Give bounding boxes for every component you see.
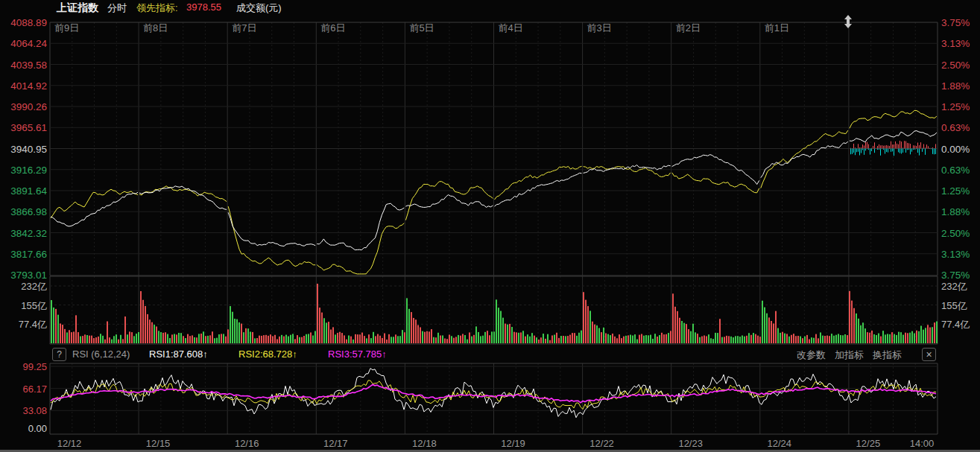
volume-axis-label-left: 155亿 [21, 299, 47, 311]
chart-canvas[interactable] [0, 0, 980, 452]
lead-indicator-label: 领先指标: [136, 1, 178, 15]
rsi-help-button[interactable]: ? [52, 348, 66, 361]
close-indicator-button[interactable]: × [922, 348, 936, 361]
rsi1-value: RSI1:87.608↑ [149, 348, 208, 360]
price-axis-label-right: 2.50% [941, 227, 970, 238]
day-label: 前2日 [676, 22, 701, 34]
price-axis-label-left: 4039.58 [10, 59, 47, 70]
tab-minute-chart[interactable]: 分时 [107, 1, 127, 15]
volume-axis-label-right: 232亿 [941, 281, 967, 292]
app-header: 上证指数 分时 领先指标: 3978.55 成交额(元) [0, 1, 980, 15]
day-label: 前5日 [409, 22, 434, 34]
rsi-axis-label: 33.08 [22, 405, 47, 416]
price-axis-label-right: 1.88% [941, 80, 970, 91]
price-axis-label-left: 3940.95 [10, 143, 47, 154]
day-label: 前3日 [587, 22, 612, 34]
day-label: 前4日 [499, 22, 523, 34]
price-axis-label-left: 3965.61 [10, 122, 47, 133]
price-axis-label-left: 4014.92 [10, 80, 47, 91]
price-axis-label-left: 3990.26 [10, 101, 47, 112]
price-axis-label-left: 4088.89 [10, 17, 47, 28]
turnover-unit-label: 成交额(元) [236, 1, 282, 15]
time-axis-label: 12/15 [146, 438, 171, 449]
rsi-header: ? RSI (6,12,24) RSI1:87.608↑ RSI2:68.728… [0, 346, 980, 363]
time-axis-label: 12/16 [235, 438, 259, 449]
switch-indicator-button[interactable]: 换指标 [873, 348, 902, 362]
rsi2-value: RSI2:68.728↑ [238, 348, 297, 360]
day-label: 前1日 [765, 22, 789, 34]
price-axis-label-right: 0.63% [941, 122, 970, 133]
price-axis-label-right: 3.75% [941, 270, 970, 281]
time-axis-label: 14:00 [910, 438, 935, 449]
price-axis-label-right: 0.63% [941, 164, 970, 175]
time-axis-label: 12/12 [57, 438, 82, 449]
index-title: 上证指数 [57, 1, 98, 15]
day-label: 前7日 [232, 22, 256, 34]
rsi-axis-label: 0.00 [28, 423, 47, 434]
time-axis-label: 12/23 [678, 438, 703, 449]
price-axis-label-left: 3817.66 [10, 248, 47, 259]
price-axis-label-right: 1.25% [941, 101, 970, 112]
price-axis-label-left: 3793.01 [10, 270, 47, 281]
volume-axis-label-right: 77.4亿 [941, 319, 970, 330]
time-axis-label: 12/25 [856, 438, 881, 449]
volume-axis-label-right: 155亿 [941, 299, 967, 311]
price-axis-label-right: 1.88% [941, 206, 970, 217]
price-axis-label-right: 3.13% [941, 38, 970, 49]
change-params-button[interactable]: 改参数 [797, 348, 826, 362]
price-axis-label-left: 3891.64 [10, 185, 47, 197]
price-axis-label-right: 3.75% [941, 17, 970, 28]
volume-axis-label-left: 232亿 [21, 281, 47, 292]
price-axis-label-left: 3842.32 [10, 227, 47, 238]
chart-app-window: 上证指数 分时 领先指标: 3978.55 成交额(元) 4088.894064… [0, 0, 980, 452]
splitter-drag-icon[interactable] [843, 15, 853, 28]
add-indicator-button[interactable]: 加指标 [835, 348, 864, 362]
time-axis-label: 12/24 [768, 438, 792, 449]
day-label: 前9日 [54, 22, 79, 34]
rsi-axis-label: 66.17 [22, 383, 47, 394]
rsi3-value: RSI3:57.785↑ [328, 348, 387, 360]
price-axis-label-right: 0.00% [941, 143, 970, 154]
price-axis-label-right: 2.50% [941, 59, 970, 70]
day-label: 前6日 [320, 22, 345, 34]
price-axis-label-left: 3866.98 [10, 206, 47, 217]
price-axis-label-left: 4064.24 [10, 38, 47, 49]
time-axis-label: 12/18 [412, 438, 437, 449]
close-icon: × [926, 348, 932, 360]
price-axis-label-left: 3916.29 [10, 164, 47, 175]
volume-axis-label-left: 77.4亿 [19, 319, 47, 330]
time-axis-label: 12/22 [589, 438, 614, 449]
lead-indicator-value: 3978.55 [186, 1, 221, 13]
rsi-indicator-name: RSI (6,12,24) [72, 348, 130, 360]
price-axis-label-right: 1.25% [941, 185, 970, 197]
time-axis-label: 12/17 [323, 438, 348, 449]
price-axis-label-right: 3.13% [941, 248, 970, 259]
day-label: 前8日 [143, 22, 168, 34]
time-axis-label: 12/19 [501, 438, 525, 449]
